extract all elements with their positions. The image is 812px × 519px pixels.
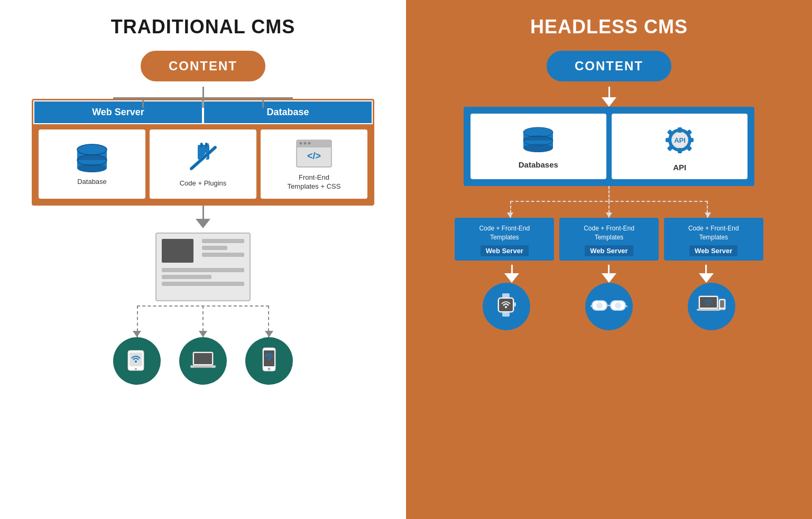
svg-rect-23 (130, 353, 142, 366)
tablet-device (113, 337, 161, 385)
svg-point-33 (268, 358, 270, 360)
svg-rect-27 (194, 353, 212, 364)
svg-rect-43 (678, 127, 682, 133)
svg-point-32 (268, 368, 271, 370)
svg-rect-17 (297, 144, 331, 147)
webserver-box-1: Code + Front-EndTemplates Web Server (455, 218, 554, 261)
svg-rect-46 (688, 138, 694, 142)
laptop-device (179, 337, 227, 385)
headless-top-connector (602, 87, 616, 107)
svg-point-71 (722, 309, 723, 310)
plugins-icon (186, 142, 220, 174)
traditional-cms-title: TRADITIONAL CMS (111, 16, 295, 38)
databases-cell: Databases (470, 114, 606, 179)
api-label: API (673, 163, 686, 172)
webserver-text-3: Code + Front-EndTemplates (688, 224, 739, 242)
traditional-content-pill: CONTENT (141, 51, 265, 81)
svg-point-25 (135, 360, 137, 363)
traditional-cms-box: Web Server Database Database (32, 99, 374, 206)
ar-glasses-icon (590, 294, 628, 318)
smartwatch-icon (492, 292, 521, 321)
svg-point-64 (596, 302, 603, 309)
webserver-label-1: Web Server (481, 245, 529, 256)
website-mockup-container (155, 233, 251, 301)
smartwatch-device (483, 283, 530, 330)
plugins-label: Code + Plugins (180, 179, 227, 188)
webserver-box-3: Code + Front-EndTemplates Web Server (664, 218, 763, 261)
svg-rect-29 (194, 367, 212, 368)
webserver-text-2: Code + Front-EndTemplates (584, 224, 634, 242)
svg-point-19 (304, 142, 307, 145)
svg-point-38 (523, 144, 553, 152)
database-icon-cell: Database (39, 129, 145, 199)
devices-row-left (113, 337, 293, 385)
svg-point-24 (135, 368, 137, 370)
database-label: Database (77, 178, 107, 187)
svg-rect-68 (697, 309, 720, 311)
api-icon: API (661, 123, 698, 157)
traditional-cms-panel: TRADITIONAL CMS CONTENT Web Server Datab… (0, 0, 406, 519)
svg-rect-11 (205, 143, 207, 147)
mobile-device (245, 337, 293, 385)
databases-label: Databases (519, 160, 558, 169)
svg-rect-53 (502, 293, 510, 298)
svg-rect-44 (678, 148, 682, 153)
svg-point-65 (615, 302, 621, 309)
frontend-label: Front-EndTemplates + CSS (288, 173, 341, 191)
headless-content-pill: CONTENT (547, 51, 671, 81)
svg-rect-58 (514, 302, 516, 307)
headless-devices-row (455, 283, 763, 330)
dashed-branch-left (113, 305, 293, 337)
webserver-label-2: Web Server (585, 245, 633, 256)
svg-rect-10 (200, 143, 202, 147)
databases-icon (521, 126, 556, 155)
svg-point-18 (300, 142, 302, 145)
web-server-header: Web Server (33, 100, 203, 124)
svg-point-72 (708, 304, 709, 306)
plugins-icon-cell: Code + Plugins (150, 129, 256, 199)
frontend-icon: </> (296, 139, 333, 168)
database-icon (76, 143, 108, 172)
svg-point-57 (505, 306, 507, 308)
database-header: Database (203, 100, 373, 124)
webserver-box-2: Code + Front-EndTemplates Web Server (559, 218, 659, 261)
headless-dashed-branch (464, 186, 755, 218)
svg-point-20 (308, 142, 311, 145)
frontend-icon-cell: </> Front-EndTemplates + CSS (261, 129, 367, 199)
webserver-label-3: Web Server (689, 245, 737, 256)
svg-rect-45 (666, 138, 671, 142)
svg-text:API: API (674, 136, 686, 144)
svg-rect-70 (720, 300, 724, 308)
svg-rect-56 (502, 312, 510, 317)
svg-rect-55 (499, 299, 513, 311)
headless-arrows-row (464, 265, 755, 283)
mobile-icon (259, 346, 280, 375)
ar-glasses-device (585, 283, 633, 330)
headless-db-api-box: Databases API API (464, 107, 755, 186)
headless-cms-panel: HEADLESS CMS CONTENT Databases (406, 0, 812, 519)
headless-laptop-icon (696, 292, 727, 321)
webserver-text-1: Code + Front-EndTemplates (479, 224, 530, 242)
headless-cms-title: HEADLESS CMS (530, 16, 688, 38)
laptop-icon (189, 348, 218, 374)
tablet-icon (124, 348, 150, 374)
svg-text:</>: </> (307, 151, 321, 161)
api-cell: API API (612, 114, 748, 179)
headless-laptop-device (688, 283, 735, 330)
webserver-boxes-row: Code + Front-EndTemplates Web Server Cod… (455, 218, 763, 261)
